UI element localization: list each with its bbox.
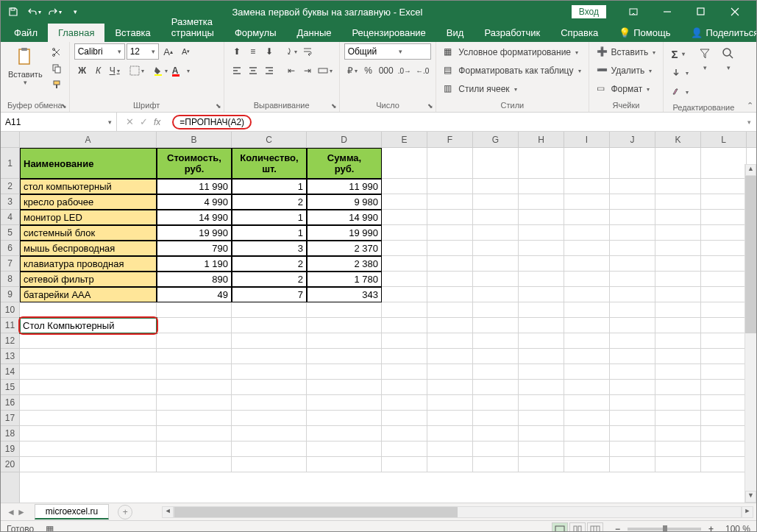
cell[interactable]: [473, 272, 519, 287]
increase-font-icon[interactable]: A▴: [160, 43, 177, 60]
cell[interactable]: [564, 287, 610, 302]
cell[interactable]: [427, 457, 473, 472]
cell[interactable]: [701, 441, 747, 457]
cell[interactable]: [701, 364, 747, 380]
cell[interactable]: [473, 380, 519, 395]
cell[interactable]: [610, 148, 655, 179]
cell[interactable]: [382, 441, 427, 457]
cell[interactable]: [564, 318, 610, 333]
align-bottom-icon[interactable]: ⬇: [261, 43, 277, 60]
cell[interactable]: [564, 411, 610, 426]
cell-styles-button[interactable]: ▥Стили ячеек: [441, 80, 583, 98]
select-all-corner[interactable]: [1, 132, 20, 147]
cell[interactable]: [701, 411, 747, 426]
cell[interactable]: [564, 225, 610, 241]
scroll-down-icon[interactable]: ▼: [745, 491, 756, 503]
cell[interactable]: [307, 318, 382, 333]
cell[interactable]: [701, 380, 747, 395]
cell[interactable]: [610, 380, 655, 395]
cell[interactable]: [157, 380, 232, 395]
cell[interactable]: [307, 302, 382, 318]
cell[interactable]: [473, 333, 519, 349]
cell[interactable]: [610, 179, 655, 194]
row-header[interactable]: 2: [1, 179, 19, 194]
cell[interactable]: [564, 302, 610, 318]
percent-icon[interactable]: %: [360, 63, 377, 79]
cell[interactable]: [519, 302, 564, 318]
cell[interactable]: [701, 272, 747, 287]
cell[interactable]: [382, 241, 427, 256]
cell[interactable]: [473, 411, 519, 426]
tab-insert[interactable]: Вставка: [104, 24, 160, 42]
cell[interactable]: [564, 179, 610, 194]
format-table-button[interactable]: ▤Форматировать как таблицу: [441, 62, 583, 79]
cell[interactable]: [473, 210, 519, 225]
sheet-prev-icon[interactable]: ◄: [7, 507, 15, 517]
cell[interactable]: [232, 411, 307, 426]
cell[interactable]: Количество,шт.: [232, 148, 307, 179]
font-launcher-icon[interactable]: ⬊: [216, 102, 221, 110]
redo-icon[interactable]: ▾: [46, 4, 63, 20]
format-painter-icon[interactable]: [49, 77, 65, 92]
cell[interactable]: [232, 426, 307, 441]
cell[interactable]: [564, 272, 610, 287]
row-header[interactable]: 15: [1, 380, 19, 395]
scroll-right-icon[interactable]: ►: [742, 506, 753, 518]
cell[interactable]: 2: [232, 194, 307, 210]
cell[interactable]: [473, 241, 519, 256]
cell[interactable]: [427, 287, 473, 302]
cell[interactable]: [427, 210, 473, 225]
cell[interactable]: [701, 333, 747, 349]
underline-button[interactable]: Ч: [107, 63, 123, 79]
cell[interactable]: [610, 225, 655, 241]
scroll-left-icon[interactable]: ◄: [162, 506, 174, 518]
cell[interactable]: [564, 380, 610, 395]
cell[interactable]: [564, 395, 610, 411]
cell[interactable]: [382, 426, 427, 441]
delete-cells-button[interactable]: ➖Удалить: [594, 62, 659, 79]
cell[interactable]: 49: [157, 287, 232, 302]
align-top-icon[interactable]: ⬆: [229, 43, 245, 60]
column-header[interactable]: F: [427, 132, 473, 147]
tab-file[interactable]: Файл: [4, 24, 48, 42]
font-color-icon[interactable]: А: [170, 63, 193, 79]
cell[interactable]: [473, 194, 519, 210]
cell[interactable]: [473, 457, 519, 472]
cell[interactable]: 2: [232, 272, 307, 287]
cell[interactable]: [519, 318, 564, 333]
cell[interactable]: [564, 349, 610, 364]
cell[interactable]: [610, 287, 655, 302]
cell[interactable]: [655, 302, 701, 318]
cell[interactable]: [382, 272, 427, 287]
cell[interactable]: [473, 148, 519, 179]
cell[interactable]: [701, 225, 747, 241]
column-header[interactable]: D: [307, 132, 382, 147]
column-header[interactable]: L: [701, 132, 747, 147]
formula-input[interactable]: =ПРОПНАЧ(A2): [169, 115, 742, 130]
cell[interactable]: [701, 349, 747, 364]
cell[interactable]: [564, 241, 610, 256]
cell[interactable]: [382, 349, 427, 364]
row-header[interactable]: 14: [1, 364, 19, 380]
sheet-tab[interactable]: microexcel.ru: [35, 504, 109, 519]
row-header[interactable]: 1: [1, 148, 19, 179]
cell[interactable]: 1: [232, 225, 307, 241]
cell[interactable]: [20, 457, 157, 472]
cell[interactable]: [232, 364, 307, 380]
clipboard-launcher-icon[interactable]: ⬊: [61, 102, 67, 110]
maximize-icon[interactable]: [684, 1, 718, 23]
cell[interactable]: [307, 364, 382, 380]
cell[interactable]: [564, 148, 610, 179]
cell[interactable]: [20, 441, 157, 457]
cell[interactable]: 11 990: [307, 179, 382, 194]
cell[interactable]: [20, 426, 157, 441]
cell[interactable]: [655, 395, 701, 411]
cell[interactable]: 14 990: [157, 210, 232, 225]
copy-icon[interactable]: [49, 61, 65, 76]
cell[interactable]: 1 190: [157, 256, 232, 272]
italic-button[interactable]: К: [90, 63, 107, 79]
horizontal-scrollbar[interactable]: ◄ ►: [162, 506, 753, 518]
minimize-icon[interactable]: [650, 1, 684, 23]
cell[interactable]: 2 370: [307, 241, 382, 256]
cell[interactable]: [20, 380, 157, 395]
